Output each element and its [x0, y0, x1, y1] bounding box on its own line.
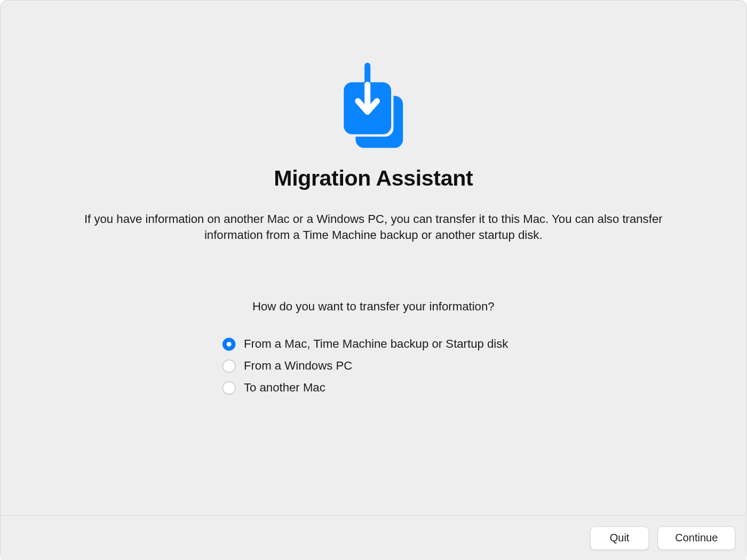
transfer-options: From a Mac, Time Machine backup or Start… — [222, 337, 508, 395]
option-label: From a Mac, Time Machine backup or Start… — [244, 337, 508, 351]
option-label: To another Mac — [244, 381, 325, 395]
radio-unselected-icon[interactable] — [222, 359, 235, 372]
continue-button[interactable]: Continue — [657, 526, 735, 549]
transfer-prompt: How do you want to transfer your informa… — [252, 300, 495, 314]
migration-download-icon — [338, 62, 409, 150]
option-to-another-mac[interactable]: To another Mac — [222, 381, 508, 395]
main-content: Migration Assistant If you have informat… — [1, 1, 746, 515]
footer-bar: Quit Continue — [1, 515, 746, 560]
page-title: Migration Assistant — [274, 166, 473, 191]
option-label: From a Windows PC — [244, 359, 352, 373]
migration-assistant-window: Migration Assistant If you have informat… — [0, 0, 747, 560]
option-from-mac[interactable]: From a Mac, Time Machine backup or Start… — [222, 337, 508, 351]
radio-selected-icon[interactable] — [222, 338, 235, 350]
quit-button[interactable]: Quit — [590, 526, 649, 549]
radio-unselected-icon[interactable] — [222, 381, 235, 394]
page-description: If you have information on another Mac o… — [77, 211, 669, 243]
option-from-windows-pc[interactable]: From a Windows PC — [222, 359, 508, 373]
